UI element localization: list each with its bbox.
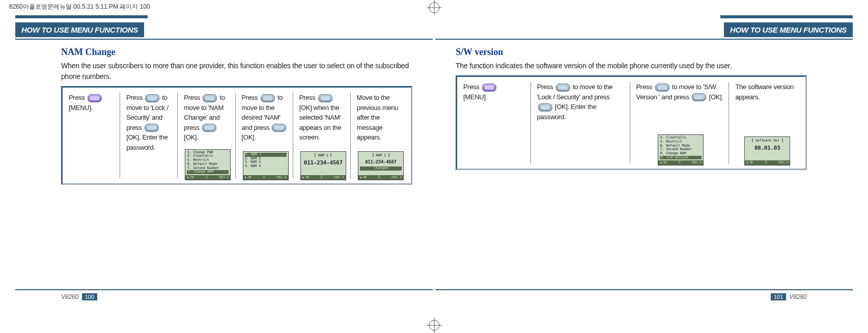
phone-screen: 1. NAM 1 2. NAM 2 3. NAM 3 4. NAM 4 ◉ OK…	[243, 151, 289, 180]
step: Press to move to 'NAM Change' and press …	[181, 93, 235, 178]
nav-key-icon	[203, 94, 217, 102]
ok-key-icon	[538, 103, 552, 112]
header-bar: HOW TO USE MENU FUNCTIONS	[15, 15, 433, 42]
page-footer: V8260 100	[15, 287, 433, 300]
step: The software version appears. 【 Software…	[732, 82, 802, 163]
model-number: V8260	[789, 293, 807, 300]
header-label: HOW TO USE MENU FUNCTIONS	[724, 22, 853, 37]
section-desc-sw: The function indicates the software vers…	[456, 61, 807, 71]
ok-key-icon	[145, 124, 159, 132]
step: Press to move to the desired 'NAM' and p…	[239, 93, 293, 178]
ok-key-icon	[318, 94, 332, 102]
step: Press to move to 'S/W Version ' and pres…	[633, 82, 730, 163]
steps-box-nam: Press [MENU]. Press to move to 'Lock / S…	[61, 86, 412, 185]
step: Press [MENU].	[460, 82, 531, 163]
section-title-sw: S/W version	[456, 47, 807, 58]
step: Press [OK] when the selected 'NAM' appea…	[296, 93, 351, 178]
menu-key-icon	[88, 94, 102, 102]
nav-key-icon	[556, 84, 570, 92]
page-right: HOW TO USE MENU FUNCTIONS S/W version Th…	[435, 15, 853, 300]
nav-key-icon	[655, 84, 669, 92]
phone-screen: 3. Change PWD 4. ClearCalls 5. Restrict …	[185, 149, 231, 180]
step: Press to move to the 'Lock / Security' a…	[534, 82, 630, 163]
ok-key-icon	[692, 93, 706, 101]
section-title-nam: NAM Change	[61, 47, 412, 58]
header-bar: HOW TO USE MENU FUNCTIONS	[435, 15, 853, 42]
header-label: HOW TO USE MENU FUNCTIONS	[15, 22, 144, 37]
phone-screen: 【 NAM 1 】 011-234-4567 Changed ◉ OK☰CNCL…	[358, 151, 404, 180]
crop-mark-text: 8260아폴로영문메뉴얼 00.5.21 5:11 PM 페이지 100	[9, 3, 150, 11]
page-left: HOW TO USE MENU FUNCTIONS NAM Change Whe…	[15, 15, 433, 300]
phone-screen: 【 NAM 1 】 011-234-4567 ◉ OK☰CNCL ⊗	[300, 151, 346, 180]
page-number: 101	[771, 293, 786, 300]
menu-key-icon	[482, 84, 496, 92]
phone-screen: 【 Software Ver 】 08.01.03 ◉ OK☰CNCL ⊗	[744, 136, 790, 165]
nav-key-icon	[145, 94, 159, 102]
step: Move to the previous menu after the mess…	[354, 93, 408, 178]
phone-screen: 4. ClearCalls 5. Restrict 6. Default Mod…	[658, 134, 704, 165]
page-number: 100	[82, 293, 97, 300]
nav-key-icon	[261, 94, 275, 102]
page-footer: 101 V8260	[435, 287, 853, 300]
model-number: V8260	[61, 293, 79, 300]
registration-mark-bottom	[424, 318, 444, 333]
steps-box-sw: Press [MENU]. Press to move to the 'Lock…	[456, 75, 807, 170]
ok-key-icon	[202, 124, 216, 132]
section-desc-nam: When the user subscribers to more than o…	[61, 61, 412, 82]
ok-key-icon	[272, 124, 286, 132]
step: Press [MENU].	[66, 93, 120, 178]
step: Press to move to 'Lock / Security' and p…	[123, 93, 178, 178]
registration-mark-top	[424, 0, 444, 15]
